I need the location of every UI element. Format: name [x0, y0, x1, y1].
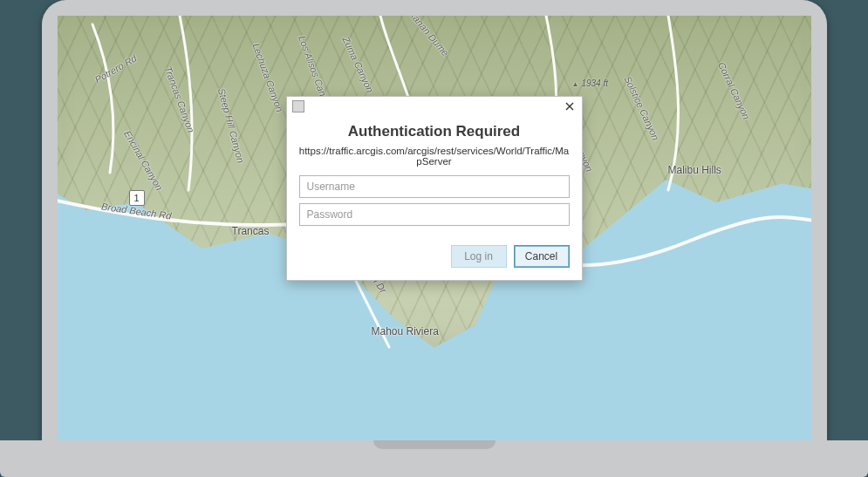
laptop-base: [0, 440, 868, 477]
login-button[interactable]: Log in: [451, 245, 507, 268]
dialog-url: https://traffic.arcgis.com/arcgis/rest/s…: [299, 146, 570, 167]
password-input[interactable]: [299, 203, 570, 226]
close-icon[interactable]: [563, 99, 577, 113]
hwy-shield-left: 1: [129, 190, 145, 206]
dialog-title: Authentication Required: [299, 123, 570, 140]
app-screen: Potrero Rd Trancas Canyon Encinal Canyon…: [58, 16, 811, 440]
peak-1934: 1934 ft: [572, 78, 609, 88]
username-input[interactable]: [299, 175, 570, 198]
dialog-titlebar: [287, 97, 582, 116]
window-system-icon: [292, 100, 304, 112]
label-malibu-hills: Malibu Hills: [668, 164, 721, 176]
cancel-button[interactable]: Cancel: [514, 245, 570, 268]
label-trancas: Trancas: [232, 225, 270, 237]
auth-dialog: Authentication Required https://traffic.…: [286, 96, 583, 281]
dialog-body: Authentication Required https://traffic.…: [287, 116, 582, 280]
laptop-frame: Potrero Rd Trancas Canyon Encinal Canyon…: [42, 0, 827, 440]
label-mahou-riviera: Mahou Riviera: [372, 325, 439, 337]
